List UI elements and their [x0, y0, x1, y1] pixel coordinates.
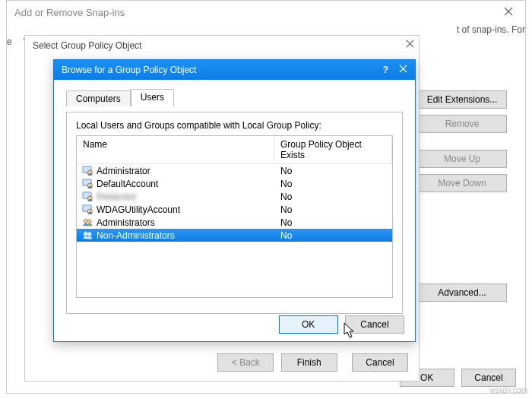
close-icon[interactable] [495, 4, 522, 21]
browse-gpo-title: Browse for a Group Policy Object [62, 65, 196, 75]
list-item-name: Redacted [97, 192, 135, 202]
user-icon [81, 204, 93, 216]
move-up-button[interactable]: Move Up [417, 150, 507, 168]
cancel-button[interactable]: Cancel [352, 353, 408, 372]
body-text-fragment: t of snap-ins. For [457, 24, 525, 35]
list-item-gpo: No [274, 230, 392, 241]
close-icon[interactable] [399, 65, 407, 75]
close-icon[interactable] [406, 40, 414, 50]
select-gpo-title: Select Group Policy Object [25, 36, 419, 55]
column-name[interactable]: Name [77, 136, 274, 163]
browse-gpo-titlebar: Browse for a Group Policy Object ? [54, 60, 415, 80]
list-item-gpo: No [274, 217, 392, 228]
browse-gpo-body: Computers Users Local Users and Groups c… [54, 80, 415, 320]
list-item-name: WDAGUtilityAccount [97, 204, 180, 215]
help-icon[interactable]: ? [383, 65, 388, 75]
cancel-button[interactable]: Cancel [345, 315, 404, 334]
list-item[interactable]: WDAGUtilityAccountNo [77, 203, 392, 216]
select-gpo-footer: < Back Finish Cancel [213, 353, 408, 372]
svg-point-15 [87, 220, 91, 223]
list-item[interactable]: Non-AdministratorsNo [77, 229, 392, 242]
list-item-gpo: No [274, 179, 392, 189]
users-listview[interactable]: Name Group Policy Object Exists Administ… [76, 135, 393, 298]
list-item-name: DefaultAccount [97, 179, 158, 189]
list-item[interactable]: AdministratorNo [77, 164, 392, 177]
move-down-button[interactable]: Move Down [417, 174, 507, 192]
select-gpo-title-text: Select Group Policy Object [33, 40, 141, 51]
svg-point-14 [84, 219, 87, 223]
listview-header: Name Group Policy Object Exists [77, 136, 392, 164]
snapin-actions-column: Edit Extensions... Remove Move Up Move D… [417, 90, 508, 308]
back-button[interactable]: < Back [217, 353, 274, 372]
remove-button[interactable]: Remove [417, 115, 507, 133]
browse-gpo-dialog: Browse for a Group Policy Object ? Compu… [53, 59, 416, 342]
tab-users[interactable]: Users [131, 89, 174, 106]
group-icon [81, 230, 93, 242]
list-item-gpo: No [274, 192, 392, 202]
list-item[interactable]: DefaultAccountNo [77, 177, 392, 190]
tab-users-panel: Local Users and Groups compatible with L… [66, 112, 403, 314]
ok-button[interactable]: OK [279, 315, 338, 334]
browse-gpo-footer: OK Cancel [274, 315, 404, 334]
tab-computers[interactable]: Computers [66, 90, 131, 106]
advanced-button[interactable]: Advanced... [417, 283, 507, 302]
list-item[interactable]: AdministratorsNo [77, 216, 392, 229]
list-item-gpo: No [274, 166, 392, 176]
listview-body: AdministratorNo DefaultAccountNo Redacte… [77, 164, 392, 242]
svg-point-17 [87, 233, 91, 236]
group-icon [81, 217, 93, 229]
body-text-fragment2: e [7, 36, 12, 47]
watermark: wsxdn.com [489, 386, 527, 394]
browse-gpo-tabs: Computers Users [66, 89, 403, 106]
svg-point-16 [84, 232, 87, 236]
list-item-name: Non-Administrators [97, 230, 175, 241]
column-gpo-exists[interactable]: Group Policy Object Exists [274, 136, 392, 163]
cancel-button[interactable]: Cancel [461, 369, 516, 387]
user-icon [81, 178, 93, 190]
user-icon [81, 165, 93, 177]
list-item-name: Administrator [97, 166, 150, 176]
finish-button[interactable]: Finish [281, 353, 337, 372]
edit-extensions-button[interactable]: Edit Extensions... [417, 90, 507, 109]
list-item[interactable]: RedactedNo [77, 190, 392, 203]
user-icon [81, 191, 93, 203]
panel-label: Local Users and Groups compatible with L… [76, 120, 393, 131]
list-item-name: Administrators [97, 217, 155, 228]
add-remove-snapins-body: t of snap-ins. For e Wel [7, 24, 525, 30]
list-item-gpo: No [274, 204, 392, 215]
add-remove-snapins-title: Add or Remove Snap-ins [7, 1, 525, 24]
